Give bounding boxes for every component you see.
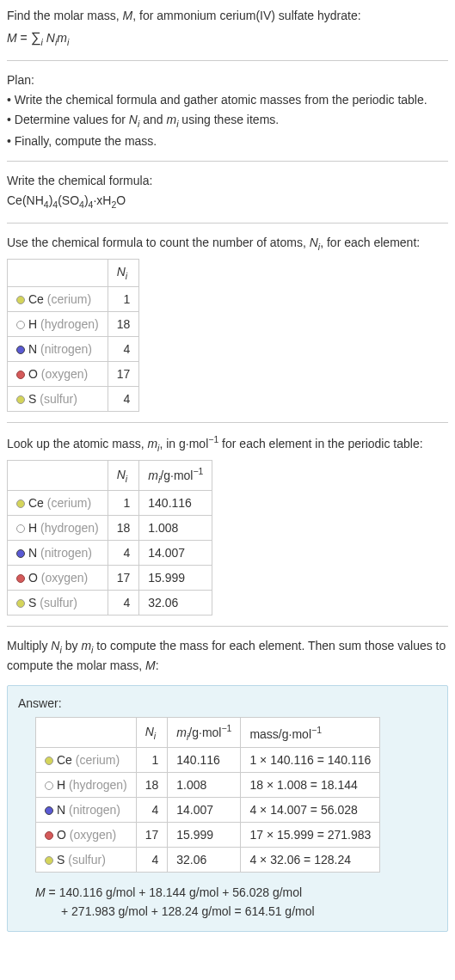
intro-section: Find the molar mass, M, for ammonium cer… bbox=[7, 7, 448, 50]
mass-section: Look up the atomic mass, mi, in g·mol−1 … bbox=[7, 433, 448, 616]
mass-title: Look up the atomic mass, mi, in g·mol−1 … bbox=[7, 433, 448, 455]
formula-title: Write the chemical formula: bbox=[7, 172, 448, 190]
element-symbol: S bbox=[28, 596, 36, 609]
ni-value: 4 bbox=[108, 386, 139, 411]
element-dot-icon bbox=[45, 756, 53, 765]
table-row: Ce (cerium)1 bbox=[8, 286, 139, 311]
element-cell: S (sulfur) bbox=[8, 590, 108, 615]
mass-calc: 18 × 1.008 = 18.144 bbox=[241, 772, 380, 797]
mi-header: mi/g·mol−1 bbox=[139, 461, 212, 490]
divider bbox=[7, 223, 448, 224]
formula-section: Write the chemical formula: Ce(NH4)4(SO4… bbox=[7, 172, 448, 212]
ni-value: 18 bbox=[136, 772, 168, 797]
ni-value: 4 bbox=[108, 336, 139, 361]
table-row: S (sulfur)432.06 bbox=[8, 590, 212, 615]
table-row: N (nitrogen)4 bbox=[8, 336, 139, 361]
element-cell: N (nitrogen) bbox=[36, 797, 137, 822]
plan-title: Plan: bbox=[7, 71, 448, 89]
table-row: S (sulfur)4 bbox=[8, 386, 139, 411]
element-dot-icon bbox=[16, 296, 25, 304]
mi-value: 14.007 bbox=[139, 540, 212, 565]
plan-bullet: • Write the chemical formula and gather … bbox=[7, 91, 448, 109]
final-line2: + 271.983 g/mol + 128.24 g/mol = 614.51 … bbox=[61, 902, 437, 921]
divider bbox=[7, 422, 448, 423]
answer-label: Answer: bbox=[18, 696, 437, 710]
empty-header bbox=[36, 718, 137, 747]
element-name: (oxygen) bbox=[41, 571, 88, 585]
table-row: O (oxygen)1715.999 bbox=[8, 565, 212, 590]
element-dot-icon bbox=[16, 524, 25, 533]
ni-value: 4 bbox=[108, 590, 139, 615]
intro-formula: M = ∑i Nimi bbox=[7, 27, 448, 50]
multiply-section: Multiply Ni by mi to compute the mass fo… bbox=[7, 637, 448, 676]
count-title: Use the chemical formula to count the nu… bbox=[7, 234, 448, 254]
ni-value: 17 bbox=[136, 822, 168, 847]
element-cell: O (oxygen) bbox=[8, 361, 108, 386]
element-cell: N (nitrogen) bbox=[8, 336, 108, 361]
element-dot-icon bbox=[16, 321, 25, 329]
mi-value: 14.007 bbox=[168, 797, 241, 822]
element-name: (oxygen) bbox=[41, 367, 88, 381]
element-cell: Ce (cerium) bbox=[8, 286, 108, 311]
mi-value: 1.008 bbox=[168, 772, 241, 797]
element-dot-icon bbox=[45, 781, 53, 790]
element-name: (nitrogen) bbox=[40, 342, 92, 356]
element-cell: O (oxygen) bbox=[36, 822, 137, 847]
element-symbol: O bbox=[28, 571, 38, 585]
plan-bullet: • Determine values for Ni and mi using t… bbox=[7, 111, 448, 132]
element-symbol: Ce bbox=[28, 496, 44, 510]
element-symbol: Ce bbox=[57, 753, 72, 767]
element-name: (hydrogen) bbox=[69, 778, 127, 792]
final-line1: M = 140.116 g/mol + 18.144 g/mol + 56.02… bbox=[35, 883, 437, 902]
element-dot-icon bbox=[16, 499, 25, 508]
element-name: (sulfur) bbox=[68, 853, 106, 867]
table-row: O (oxygen)17 bbox=[8, 361, 139, 386]
ni-value: 1 bbox=[108, 286, 139, 311]
element-name: (cerium) bbox=[76, 753, 120, 767]
element-symbol: S bbox=[57, 853, 65, 867]
table-row: N (nitrogen)414.0074 × 14.007 = 56.028 bbox=[36, 797, 380, 822]
empty-header bbox=[8, 461, 108, 490]
element-cell: Ce (cerium) bbox=[8, 490, 108, 515]
element-dot-icon bbox=[16, 599, 25, 608]
chemical-formula: Ce(NH4)4(SO4)4·xH2O bbox=[7, 192, 448, 212]
element-name: (cerium) bbox=[47, 292, 91, 306]
element-name: (sulfur) bbox=[40, 392, 77, 406]
table-header-row: Ni mi/g·mol−1 mass/g·mol−1 bbox=[36, 718, 380, 747]
element-cell: H (hydrogen) bbox=[8, 311, 108, 336]
intro-line1: Find the molar mass, M, for ammonium cer… bbox=[7, 7, 448, 25]
element-cell: H (hydrogen) bbox=[8, 515, 108, 540]
element-cell: Ce (cerium) bbox=[36, 747, 137, 772]
ni-value: 17 bbox=[108, 565, 139, 590]
element-cell: H (hydrogen) bbox=[36, 772, 137, 797]
element-symbol: O bbox=[28, 367, 38, 381]
mass-header: mass/g·mol−1 bbox=[241, 718, 380, 747]
ni-value: 18 bbox=[108, 515, 139, 540]
element-cell: S (sulfur) bbox=[36, 847, 137, 872]
empty-header bbox=[8, 260, 108, 287]
divider bbox=[7, 60, 448, 61]
element-name: (nitrogen) bbox=[40, 546, 92, 560]
table-row: H (hydrogen)18 bbox=[8, 311, 139, 336]
element-symbol: H bbox=[57, 778, 65, 792]
element-symbol: H bbox=[28, 521, 37, 535]
element-name: (hydrogen) bbox=[40, 317, 99, 331]
table-row: S (sulfur)432.064 × 32.06 = 128.24 bbox=[36, 847, 380, 872]
ni-header: Ni bbox=[136, 718, 168, 747]
element-name: (cerium) bbox=[47, 496, 91, 510]
table-row: H (hydrogen)181.00818 × 1.008 = 18.144 bbox=[36, 772, 380, 797]
element-dot-icon bbox=[16, 395, 25, 404]
table-header-row: Ni mi/g·mol−1 bbox=[8, 461, 212, 490]
table-row: Ce (cerium)1140.1161 × 140.116 = 140.116 bbox=[36, 747, 380, 772]
element-cell: N (nitrogen) bbox=[8, 540, 108, 565]
element-dot-icon bbox=[45, 856, 53, 865]
table-row: Ce (cerium)1140.116 bbox=[8, 490, 212, 515]
element-cell: S (sulfur) bbox=[8, 386, 108, 411]
element-symbol: H bbox=[28, 317, 37, 331]
multiply-title: Multiply Ni by mi to compute the mass fo… bbox=[7, 637, 448, 676]
answer-box: Answer: Ni mi/g·mol−1 mass/g·mol−1 Ce (c… bbox=[7, 685, 448, 932]
element-dot-icon bbox=[16, 346, 25, 354]
element-symbol: S bbox=[28, 392, 36, 406]
table-row: H (hydrogen)181.008 bbox=[8, 515, 212, 540]
element-name: (hydrogen) bbox=[40, 521, 99, 535]
